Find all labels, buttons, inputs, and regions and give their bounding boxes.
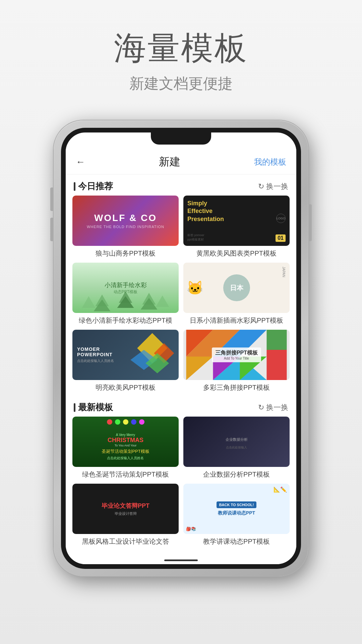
my-templates-button[interactable]: 我的模板: [254, 157, 286, 167]
template-thumb-watercolor: 小清新手绘水彩 动态PPT模板: [72, 263, 179, 313]
template-thumb-triangle: 三角拼接PPT模板 Add To Your Title: [183, 330, 290, 380]
teacher-decoration-icons: 📐✏️: [274, 486, 287, 493]
template-item-japan[interactable]: 日本 JAPAN 🐱 日系小清新插画水彩风PPT模板: [183, 263, 290, 325]
simply-bottom: 标签:yomoer ppt模板素材 01: [187, 233, 286, 242]
simply-type-label: ppt模板素材: [187, 237, 204, 242]
yomoer-label: 明亮欧美风PPT模板: [72, 383, 179, 392]
thesis-preview: 毕业论文答辩PPT 毕业设计答辩: [72, 484, 179, 534]
template-thumb-wolf: WOLF & CO WHERE THE BOLD FIND INSPIRATIO…: [72, 196, 179, 246]
latest-section-title: 最新模板: [74, 401, 113, 413]
triangle-label: 多彩三角拼接PPT模板: [183, 383, 290, 392]
home-indicator-line: [164, 559, 198, 561]
triangle-text-block: 三角拼接PPT模板 Add To Your Title: [212, 347, 261, 362]
today-refresh-button[interactable]: ↻ 换一换: [258, 181, 288, 192]
phone-notch: [151, 132, 211, 145]
wolf-label: 狼与山商务PPT模板: [72, 249, 179, 258]
wolf-title: WOLF & CO: [87, 213, 164, 223]
christmas-label: 绿色圣诞节活动策划PPT模板: [72, 470, 179, 479]
wolf-preview: WOLF & CO WHERE THE BOLD FIND INSPIRATIO…: [72, 196, 179, 246]
latest-refresh-icon: ↻: [258, 403, 264, 412]
business-label: 企业数据分析PPT模板: [183, 470, 290, 479]
phone-outer: ← 新建 我的模板 今日推荐 ↻ 换一换: [54, 120, 308, 576]
simply-label: 黄黑欧美风图表类PPT模板: [183, 249, 290, 258]
xmas-ball-red: [107, 419, 112, 425]
template-thumb-christmas: A Very Merry CHRISTMAS To You And Your 圣…: [72, 417, 179, 467]
triangle-subtitle: Add To Your Title: [215, 357, 258, 360]
water-subtitle-text: 动态PPT模板: [114, 289, 137, 295]
xmas-desc: 点击此处按输入人员姓名: [102, 456, 149, 461]
page-subtitle: 新建文档更便捷: [114, 74, 248, 94]
phone-mockup: ← 新建 我的模板 今日推荐 ↻ 换一换: [54, 120, 308, 576]
yomoer-subtitle: 点击此处按输入人员姓名: [77, 359, 114, 363]
template-item-yomoer[interactable]: YOMOERPOWERPOINT 点击此处按输入人员姓名: [72, 330, 179, 392]
template-item-simply[interactable]: SimplyEffectivePresentation LOGO 标签:yomo…: [183, 196, 290, 258]
xmas-ball-yellow: [123, 419, 128, 425]
template-thumb-business: 企业数据分析 点击此处按输入: [183, 417, 290, 467]
template-item-triangle[interactable]: 三角拼接PPT模板 Add To Your Title 多彩三角拼接PPT模板: [183, 330, 290, 392]
template-item-christmas[interactable]: A Very Merry CHRISTMAS To You And Your 圣…: [72, 417, 179, 479]
teacher-preview: BACK TO SCHOOL! 教师说课动态PPT 📐✏️ 🎒📚: [183, 484, 290, 534]
business-preview: 企业数据分析 点击此处按输入: [183, 417, 290, 467]
teacher-main-title: 教师说课动态PPT: [218, 510, 255, 516]
xmas-ball-blue: [131, 419, 136, 425]
bottom-home-indicator: [66, 556, 296, 564]
template-thumb-simply: SimplyEffectivePresentation LOGO 标签:yomo…: [183, 196, 290, 246]
svg-marker-15: [267, 330, 287, 350]
japan-label: 日系小清新插画水彩风PPT模板: [183, 316, 290, 325]
xmas-text-block: A Very Merry CHRISTMAS To You And Your 圣…: [102, 433, 149, 461]
thesis-subtitle: 毕业设计答辩: [115, 511, 137, 516]
template-item-wolf[interactable]: WOLF & CO WHERE THE BOLD FIND INSPIRATIO…: [72, 196, 179, 258]
business-meta: 点击此处按输入: [226, 445, 247, 450]
simply-logo: LOGO: [276, 214, 286, 223]
triangle-title: 三角拼接PPT模板: [215, 350, 258, 357]
template-item-thesis[interactable]: 毕业论文答辩PPT 毕业设计答辩 黑板风格工业设计毕业论文答: [72, 484, 179, 546]
japan-circle: 日本: [223, 274, 250, 301]
page-header: 海量模板 新建文档更便捷: [114, 0, 248, 94]
today-refresh-label: 换一换: [266, 181, 288, 192]
thesis-main-title: 毕业论文答辩PPT: [102, 502, 149, 510]
volume-up-button: [50, 187, 53, 211]
xmas-ball-green: [115, 419, 120, 425]
back-button[interactable]: ←: [76, 157, 85, 167]
bottom-spacer: [66, 549, 296, 556]
yomoer-text-block: YOMOERPOWERPOINT 点击此处按输入人员姓名: [77, 346, 114, 363]
template-thumb-thesis: 毕业论文答辩PPT 毕业设计答辩: [72, 484, 179, 534]
xmas-decorations: [107, 419, 144, 425]
xmas-subtitle: 圣诞节活动策划PPT模板: [102, 448, 149, 454]
xmas-very-merry: A Very Merry: [102, 433, 149, 437]
triangle-preview: 三角拼接PPT模板 Add To Your Title: [183, 330, 290, 380]
wolf-text-block: WOLF & CO WHERE THE BOLD FIND INSPIRATIO…: [87, 213, 164, 229]
power-button: [309, 204, 312, 241]
business-bg-text: 企业数据分析: [222, 434, 251, 445]
svg-marker-7: [156, 296, 169, 307]
template-item-teacher[interactable]: BACK TO SCHOOL! 教师说课动态PPT 📐✏️ 🎒📚 教学讲课动态P…: [183, 484, 290, 546]
xmas-ball-purple: [139, 419, 144, 425]
status-bar: [66, 145, 296, 149]
christmas-preview: A Very Merry CHRISTMAS To You And Your 圣…: [72, 417, 179, 467]
xmas-main-title: CHRISTMAS: [102, 437, 149, 444]
japan-cat-icon: 🐱: [187, 280, 203, 296]
nav-title: 新建: [159, 155, 180, 169]
water-preview: 小清新手绘水彩 动态PPT模板: [72, 263, 179, 313]
svg-marker-6: [82, 296, 96, 308]
today-template-grid: WOLF & CO WHERE THE BOLD FIND INSPIRATIO…: [66, 196, 296, 395]
latest-refresh-button[interactable]: ↻ 换一换: [258, 402, 288, 413]
template-thumb-yomoer: YOMOERPOWERPOINT 点击此处按输入人员姓名: [72, 330, 179, 380]
template-item-business[interactable]: 企业数据分析 点击此处按输入 企业数据分析PPT模板: [183, 417, 290, 479]
svg-marker-19: [267, 350, 287, 380]
teacher-label: 教学讲课动态PPT模板: [183, 537, 290, 546]
simply-source-label: 标签:yomoer: [187, 233, 204, 237]
today-section-title: 今日推荐: [74, 180, 113, 192]
svg-marker-16: [186, 357, 213, 380]
volume-down-button: [50, 218, 53, 241]
simply-page-num: 01: [276, 234, 286, 242]
thesis-label: 黑板风格工业设计毕业论文答: [72, 537, 179, 546]
latest-template-grid: A Very Merry CHRISTMAS To You And Your 圣…: [66, 417, 296, 549]
japan-kanji: 日本: [230, 283, 243, 292]
template-item-watercolor[interactable]: 小清新手绘水彩 动态PPT模板: [72, 263, 179, 325]
today-section-header: 今日推荐 ↻ 换一换: [66, 174, 296, 196]
simply-title-text: SimplyEffectivePresentation: [187, 200, 224, 223]
simply-preview: SimplyEffectivePresentation LOGO 标签:yomo…: [183, 196, 290, 246]
yomoer-diamonds: [126, 330, 179, 380]
water-title-text: 小清新手绘水彩: [105, 281, 147, 289]
